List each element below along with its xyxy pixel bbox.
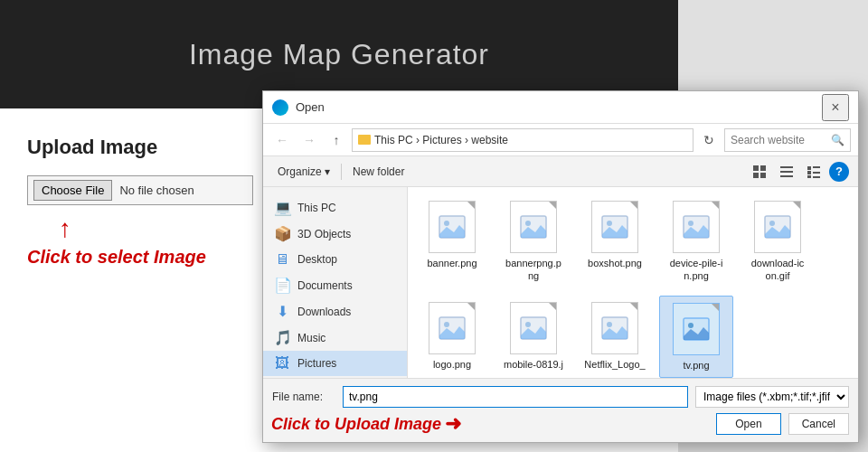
svg-rect-12 [813,176,820,178]
filetype-select[interactable]: Image files (*.xbm;*.tif;*.jfif;*.ic [695,386,849,408]
view-large-icons-button[interactable] [748,160,771,184]
pictures-icon: 🖼 [274,355,290,372]
file-item-bannerpng[interactable]: bannerpng.png [496,194,571,288]
sidebar-item-pictures[interactable]: 🖼 Pictures [263,351,407,376]
file-item-boxshot[interactable]: boxshot.png [578,194,652,288]
sidebar-item-music[interactable]: 🎵 Music [263,325,407,351]
svg-rect-1 [760,165,766,171]
view-list-button[interactable] [775,160,798,184]
forward-button[interactable]: → [297,128,321,152]
filename-row: File name: Image files (*.xbm;*.tif;*.jf… [272,386,849,408]
file-thumb-tv [669,302,723,356]
file-item-download-icon[interactable]: download-icon.gif [741,194,815,288]
svg-rect-8 [813,166,820,168]
file-icon-mobile [510,302,557,354]
3d-objects-icon: 📦 [274,225,290,242]
file-name-bannerpng: bannerpng.png [505,257,561,283]
file-item-mobile[interactable]: mobile-0819.j [496,296,571,378]
svg-point-24 [444,322,449,327]
files-grid: banner.png bannerpng.png [415,194,851,378]
file-icon-download-icon [754,201,801,253]
file-thumb-netflix [588,301,642,355]
downloads-icon: ⬇ [274,303,290,320]
choose-file-button[interactable]: Choose File [33,180,112,201]
img-placeholder-bannerpng [518,212,549,242]
file-name-logo: logo.png [433,358,471,371]
breadcrumb-text: This PC › Pictures › website [358,134,508,146]
filename-label: File name: [272,391,335,403]
sidebar-item-documents[interactable]: 📄 Documents [263,272,407,298]
sidebar-label-documents: Documents [297,279,353,292]
file-thumb-device-pile [669,200,723,254]
file-name-download-icon: download-icon.gif [751,257,805,283]
img-placeholder-download-icon [762,212,793,242]
dialog-bottom: File name: Image files (*.xbm;*.tif;*.jf… [263,378,858,442]
file-open-dialog: Open × ← → ↑ This PC › Pictures › websit… [262,90,859,443]
file-item-netflix[interactable]: Netflix_Logo_ [578,296,652,378]
img-placeholder-boxshot [599,212,630,242]
img-placeholder-device-pile [681,212,712,242]
organize-button[interactable]: Organize ▾ [272,163,335,181]
sidebar-label-music: Music [297,332,326,344]
cancel-button[interactable]: Cancel [788,413,849,435]
open-button[interactable]: Open [716,413,780,435]
dialog-actions: Open Cancel [272,413,849,435]
file-item-device-pile[interactable]: device-pile-in.png [659,194,733,288]
sidebar-label-desktop: Desktop [297,253,337,266]
file-input-row: Choose File No file chosen [27,175,253,205]
up-button[interactable]: ↑ [325,128,348,152]
file-item-tv[interactable]: tv.png [659,296,733,378]
svg-point-14 [444,221,449,226]
file-thumb-logo [425,301,479,355]
music-icon: 🎵 [274,329,290,346]
dialog-close-button[interactable]: × [822,94,849,121]
file-item-banner[interactable]: banner.png [415,194,489,288]
back-button[interactable]: ← [270,128,294,152]
img-placeholder-netflix [599,313,630,344]
sidebar-label-downloads: Downloads [297,306,351,318]
toolbar-right: ? [748,160,849,184]
svg-rect-4 [780,166,793,168]
dialog-titlebar: Open × [263,91,858,124]
file-icon-boxshot [591,201,638,253]
file-name-boxshot: boxshot.png [588,257,642,269]
dialog-title-left: Open [272,99,325,116]
file-thumb-boxshot [588,200,642,254]
dialog-navbar: ← → ↑ This PC › Pictures › website ↻ 🔍 [263,124,858,156]
no-file-text: No file chosen [119,184,193,197]
files-area: banner.png bannerpng.png [408,187,858,378]
file-icon-bannerpng [510,201,557,253]
folder-icon [358,135,371,145]
file-item-logo[interactable]: logo.png [415,296,489,378]
sidebar-item-downloads[interactable]: ⬇ Downloads [263,298,407,325]
file-icon-netflix [591,302,638,354]
file-icon-device-pile [673,201,720,253]
help-button[interactable]: ? [829,162,849,182]
search-icon: 🔍 [831,134,844,146]
svg-rect-0 [753,165,759,171]
svg-point-28 [607,322,612,327]
file-name-mobile: mobile-0819.j [504,358,563,371]
new-folder-button[interactable]: New folder [347,163,410,181]
sidebar-item-desktop[interactable]: 🖥 Desktop [263,247,407,272]
svg-point-16 [525,221,531,226]
img-placeholder-banner [437,212,467,242]
sidebar-label-pictures: Pictures [297,357,336,370]
dialog-title-text: Open [296,100,325,114]
file-name-banner: banner.png [427,257,476,269]
app-title: Image Map Generator [189,38,489,71]
search-input[interactable] [731,134,831,146]
file-icon-tv [673,303,720,355]
filename-input[interactable] [343,386,688,408]
sidebar-item-this-pc[interactable]: 💻 This PC [263,194,407,221]
view-details-button[interactable] [802,160,826,184]
sidebar-item-3d-objects[interactable]: 📦 3D Objects [263,221,407,247]
svg-rect-9 [807,171,811,174]
file-thumb-bannerpng [506,200,561,254]
svg-rect-5 [780,171,793,173]
refresh-button[interactable]: ↻ [697,128,721,152]
file-name-tv: tv.png [683,359,709,372]
desktop-icon: 🖥 [274,251,290,268]
file-thumb-mobile [506,301,561,355]
edge-icon [272,99,288,116]
